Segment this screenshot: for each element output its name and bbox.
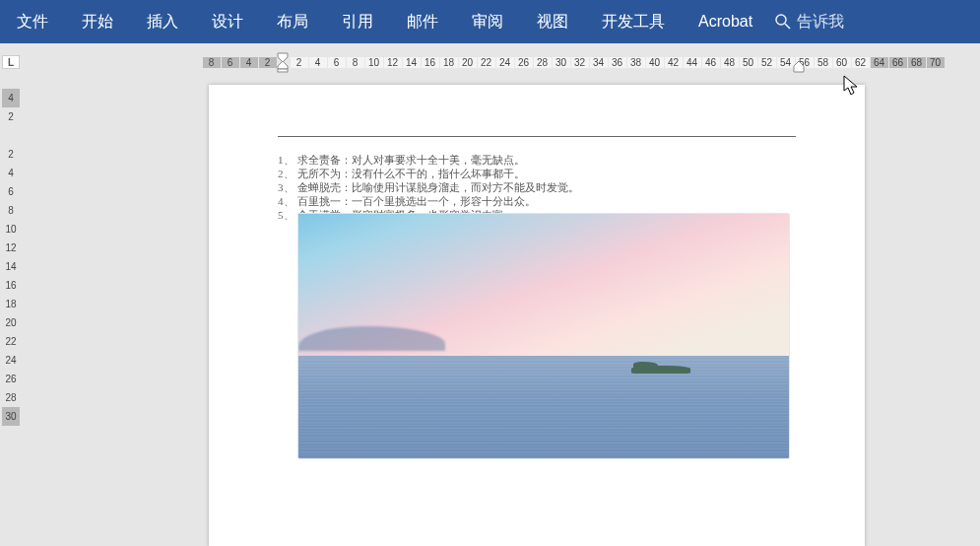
hruler-mark: 62 <box>852 57 870 68</box>
hanging-indent-icon[interactable] <box>277 61 289 73</box>
hruler-mark: 34 <box>590 57 608 68</box>
tellme-text: 告诉我 <box>797 12 844 33</box>
vruler-mark: 4 <box>2 89 20 107</box>
hruler-mark: 20 <box>459 57 477 68</box>
ruler-tab-selector[interactable]: L <box>2 55 20 69</box>
hruler-mark: 6 <box>328 57 346 68</box>
list-item[interactable]: 3、金蝉脱壳：比喻使用计谋脱身溜走，而对方不能及时发觉。 <box>278 180 796 194</box>
hruler-mark: 30 <box>553 57 570 68</box>
item-number: 2、 <box>278 167 294 180</box>
right-indent-icon[interactable] <box>793 61 805 73</box>
tab-mail[interactable]: 邮件 <box>390 0 455 43</box>
hruler-mark: 2 <box>291 57 308 68</box>
list-item[interactable]: 2、无所不为：没有什么不干的，指什么坏事都干。 <box>278 167 796 180</box>
vruler-mark: 6 <box>2 182 20 201</box>
hruler-mark: 50 <box>740 57 757 68</box>
list-item[interactable]: 1、求全责备：对人对事要求十全十美，毫无缺点。 <box>278 153 796 167</box>
hruler-mark: 26 <box>515 57 533 68</box>
hruler-mark: 70 <box>927 57 945 68</box>
ribbon: 文件 开始 插入 设计 布局 引用 邮件 审阅 视图 开发工具 Acrobat … <box>0 0 980 43</box>
vruler-mark: 28 <box>2 388 20 407</box>
horizontal-ruler[interactable]: 8 6 4 2 2 4 6 8 10 12 14 16 18 20 22 24 … <box>202 52 975 72</box>
item-number: 5、 <box>278 208 294 222</box>
vruler-mark: 10 <box>2 220 20 239</box>
hruler-mark: 16 <box>422 57 439 68</box>
svg-rect-4 <box>278 69 288 72</box>
hruler-mark: 42 <box>665 57 683 68</box>
hruler-mark: 54 <box>777 57 795 68</box>
svg-point-0 <box>776 15 786 25</box>
tab-references[interactable]: 引用 <box>325 0 390 43</box>
hruler-mark: 4 <box>240 57 258 68</box>
vruler-mark: 30 <box>2 407 20 426</box>
tab-design[interactable]: 设计 <box>195 0 260 43</box>
svg-marker-5 <box>794 61 804 72</box>
hruler-mark: 24 <box>496 57 514 68</box>
sea-graphic <box>298 356 789 458</box>
item-text: 金蝉脱壳：比喻使用计谋脱身溜走，而对方不能及时发觉。 <box>297 180 579 194</box>
vruler-mark: 24 <box>2 351 20 370</box>
tab-layout[interactable]: 布局 <box>260 0 325 43</box>
tab-view[interactable]: 视图 <box>520 0 585 43</box>
tab-devtools[interactable]: 开发工具 <box>585 0 682 43</box>
hruler-mark: 4 <box>309 57 327 68</box>
vruler-mark: 4 <box>2 164 20 182</box>
hruler-mark: 52 <box>758 57 776 68</box>
vruler-mark: 2 <box>2 145 20 164</box>
hruler-mark: 12 <box>384 57 402 68</box>
vruler-mark: 8 <box>2 201 20 220</box>
numbered-list: 1、求全责备：对人对事要求十全十美，毫无缺点。 2、无所不为：没有什么不干的，指… <box>278 153 796 222</box>
tellme-search[interactable]: 告诉我 <box>775 12 844 33</box>
hruler-mark: 38 <box>627 57 645 68</box>
item-number: 3、 <box>278 180 294 194</box>
vruler-mark: 12 <box>2 239 20 257</box>
item-text: 求全责备：对人对事要求十全十美，毫无缺点。 <box>297 153 525 167</box>
tab-insert[interactable]: 插入 <box>130 0 195 43</box>
lightbulb-icon <box>775 14 791 30</box>
hruler-mark: 10 <box>365 57 383 68</box>
hruler-mark: 14 <box>403 57 421 68</box>
hruler-mark: 32 <box>571 57 589 68</box>
hruler-mark: 36 <box>609 57 626 68</box>
vertical-ruler[interactable]: 4 2 2 4 6 8 10 12 14 16 18 20 22 24 26 2… <box>2 89 20 546</box>
list-item[interactable]: 4、百里挑一：一百个里挑选出一个，形容十分出众。 <box>278 194 796 208</box>
vruler-mark: 18 <box>2 295 20 313</box>
hruler-mark: 46 <box>702 57 720 68</box>
hruler-mark: 2 <box>259 57 277 68</box>
hruler-mark: 8 <box>347 57 364 68</box>
item-number: 1、 <box>278 153 294 167</box>
island-graphic <box>631 366 690 374</box>
hruler-mark: 68 <box>908 57 926 68</box>
vruler-mark <box>2 126 20 145</box>
hruler-mark: 60 <box>833 57 851 68</box>
document-page[interactable]: 1、求全责备：对人对事要求十全十美，毫无缺点。 2、无所不为：没有什么不干的，指… <box>209 85 865 546</box>
hruler-mark: 58 <box>815 57 832 68</box>
svg-line-1 <box>785 24 790 29</box>
svg-marker-3 <box>278 61 288 69</box>
vruler-mark: 2 <box>2 107 20 126</box>
hruler-mark: 48 <box>721 57 739 68</box>
vruler-mark: 26 <box>2 370 20 388</box>
tab-acrobat[interactable]: Acrobat <box>682 0 769 43</box>
item-text: 无所不为：没有什么不干的，指什么坏事都干。 <box>297 167 525 180</box>
svg-marker-6 <box>844 76 857 95</box>
vruler-mark: 20 <box>2 313 20 332</box>
hruler-mark: 64 <box>871 57 888 68</box>
tab-home[interactable]: 开始 <box>65 0 130 43</box>
hruler-mark: 40 <box>646 57 664 68</box>
vruler-mark: 14 <box>2 257 20 276</box>
hruler-mark: 44 <box>684 57 701 68</box>
inserted-image[interactable] <box>297 213 790 459</box>
hruler-mark: 18 <box>440 57 458 68</box>
item-number: 4、 <box>278 194 294 208</box>
item-text: 百里挑一：一百个里挑选出一个，形容十分出众。 <box>297 194 536 208</box>
vruler-mark: 22 <box>2 332 20 351</box>
vruler-mark: 16 <box>2 276 20 295</box>
hruler-mark: 28 <box>534 57 552 68</box>
mouse-cursor-icon <box>843 75 861 97</box>
tab-file[interactable]: 文件 <box>0 0 65 43</box>
tab-review[interactable]: 审阅 <box>455 0 520 43</box>
hruler-mark: 6 <box>222 57 239 68</box>
hruler-mark: 8 <box>203 57 221 68</box>
hruler-mark: 66 <box>889 57 907 68</box>
